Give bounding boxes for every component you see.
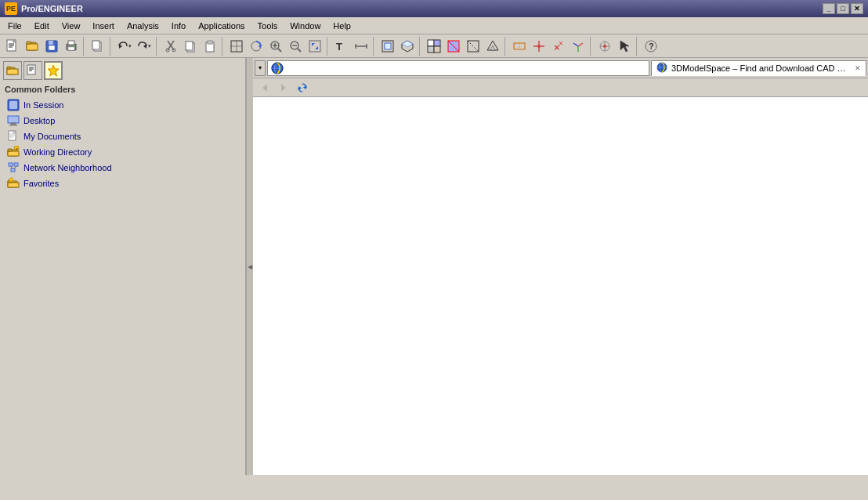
menu-analysis[interactable]: Analysis [121,17,165,34]
menu-help[interactable]: Help [327,17,357,34]
folder-desktop[interactable]: Desktop [3,113,242,129]
datum-axes-button[interactable] [530,37,548,56]
zoom-fit-button[interactable] [306,37,324,56]
new-button[interactable] [3,37,22,56]
redo-button[interactable]: ▾ [135,37,154,56]
select-mode-button[interactable] [615,37,634,56]
svg-marker-93 [13,131,16,133]
svg-rect-16 [92,41,99,49]
svg-rect-7 [27,42,31,44]
toolbar-separator-7 [419,37,422,56]
bookmark-button[interactable] [44,61,63,80]
menu-applications[interactable]: Applications [192,17,251,34]
svg-marker-17 [119,44,122,49]
svg-rect-24 [186,42,193,50]
menu-file[interactable]: File [2,17,28,34]
text-tool-button[interactable]: T [332,37,351,56]
svg-marker-122 [303,85,306,89]
close-button[interactable]: ✕ [851,3,863,14]
svg-rect-50 [428,40,434,46]
menu-edit[interactable]: Edit [28,17,56,34]
folder-working-directory[interactable]: ★ Working Directory [3,144,242,160]
dimension-button[interactable] [352,37,371,56]
svg-rect-10 [49,45,55,50]
svg-marker-41 [315,46,318,49]
svg-marker-18 [143,44,146,49]
toolbar-separator-9 [590,37,593,56]
menu-view[interactable]: View [56,17,87,34]
paste-button[interactable] [201,37,219,56]
svg-marker-40 [312,43,315,46]
spin-button[interactable] [247,37,266,56]
folder-nav-button[interactable] [3,61,22,80]
zoom-out-button[interactable] [286,37,305,56]
svg-rect-99 [8,149,12,151]
spin-center-button[interactable] [595,37,614,56]
svg-rect-80 [7,69,18,74]
hidden-line-button[interactable] [464,37,483,56]
copy-button[interactable] [181,37,200,56]
toolbar-separator-1 [83,37,86,56]
datum-csys-button[interactable] [569,37,588,56]
zoom-in-button[interactable] [266,37,285,56]
svg-marker-121 [281,84,286,92]
svg-rect-88 [9,101,17,109]
svg-point-14 [73,45,74,47]
print-button[interactable] [62,37,81,56]
browser-back-button[interactable] [256,80,273,96]
menu-window[interactable]: Window [284,17,327,34]
svg-rect-82 [27,65,35,74]
my-documents-icon [6,130,20,143]
folder-my-documents[interactable]: My Documents [3,129,242,144]
shading-button[interactable] [425,37,443,56]
tab-globe-icon [656,62,669,74]
copy-special-button[interactable] [89,37,107,56]
svg-marker-76 [620,41,629,52]
browser-panel: ▾ [253,58,868,475]
help-button[interactable]: ? [642,37,660,56]
common-folders-heading: Common Folders [3,85,242,94]
view-3d-button[interactable] [398,37,417,56]
browser-url-input[interactable] [286,63,646,73]
svg-rect-9 [49,41,53,45]
in-session-icon [6,99,20,111]
panel-resize-handle[interactable] [247,58,253,475]
browser-tab[interactable]: 3DModelSpace – Find and Download CAD Mod… [651,60,866,76]
no-hidden-button[interactable] [483,37,502,56]
datum-planes-button[interactable] [510,37,529,56]
svg-point-64 [537,45,541,48]
svg-text:T: T [336,41,342,53]
color-edge-button[interactable] [444,37,463,56]
cut-button[interactable] [161,37,180,56]
undo-button[interactable]: ▾ [115,37,134,56]
folder-in-session[interactable]: In Session [3,97,242,113]
svg-rect-89 [8,116,19,123]
menu-info[interactable]: Info [165,17,192,34]
minimize-button[interactable]: _ [823,3,835,14]
browser-nav [253,78,868,97]
working-directory-icon: ★ [6,146,20,158]
app-icon: PE [5,2,17,15]
layer-tree-button[interactable] [24,61,42,80]
browser-refresh-button[interactable] [294,80,311,96]
menu-insert[interactable]: Insert [86,17,121,34]
tab-close-icon[interactable]: ✕ [855,64,861,72]
svg-rect-103 [14,163,18,166]
open-button[interactable] [23,37,42,56]
folder-network-neighborhood[interactable]: Network Neighborhood [3,160,242,176]
maximize-button[interactable]: □ [837,3,849,14]
svg-text:×: × [559,39,563,48]
main-toolbar: ▾ ▾ T [0,34,868,58]
datum-points-button[interactable]: ×× [549,37,568,56]
browser-forward-button[interactable] [275,80,292,96]
browser-history-dropdown[interactable]: ▾ [255,60,266,76]
svg-point-71 [603,45,606,48]
svg-rect-108 [8,183,19,187]
svg-marker-120 [262,84,267,92]
view-2d-button[interactable] [378,37,397,56]
save-button[interactable] [42,37,61,56]
repaint-button[interactable] [227,37,246,56]
svg-rect-90 [11,123,16,125]
folder-favorites[interactable]: Favorites [3,176,242,191]
menu-tools[interactable]: Tools [251,17,284,34]
